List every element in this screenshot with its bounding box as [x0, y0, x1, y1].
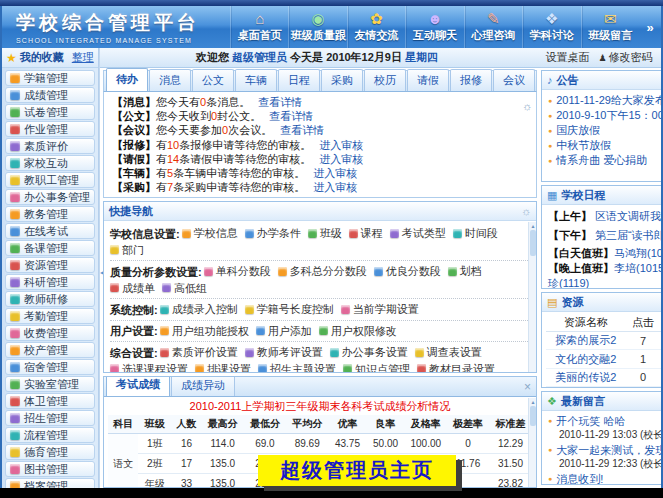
message-title-link[interactable]: 消息收到!	[556, 472, 603, 485]
quicknav-item[interactable]: 成绩录入控制	[160, 301, 238, 317]
todo-tab[interactable]: 消息	[149, 69, 191, 91]
top-nav-item[interactable]: ❖ 学科讨论	[522, 6, 580, 48]
top-nav-item[interactable]: ✎ 心理咨询	[464, 6, 522, 48]
quicknav-item[interactable]: 划档	[448, 263, 482, 279]
quicknav-item[interactable]: 招生主题设置	[258, 361, 336, 373]
sidebar-item[interactable]: 在线考试	[5, 223, 95, 239]
quicknav-item[interactable]: 学校信息	[182, 225, 238, 241]
quicknav-item[interactable]: 办学条件	[245, 225, 301, 241]
organize-link[interactable]: 整理	[72, 50, 94, 65]
message-title-link[interactable]: 大家一起来测试，发现问题最多者有...	[556, 443, 661, 457]
quicknav-item[interactable]: 选课课程设置	[110, 361, 188, 373]
top-nav-item[interactable]: ◉ 班级质量跟	[288, 6, 346, 48]
quicknav-item[interactable]: 调查表设置	[415, 344, 482, 360]
announcement-link[interactable]: 中秋节放假	[556, 138, 611, 153]
sidebar-item[interactable]: 档案管理	[5, 478, 95, 488]
sidebar-item[interactable]: 教师研修	[5, 291, 95, 307]
exam-tab[interactable]: 考试成绩	[106, 376, 170, 396]
sidebar-item[interactable]: 资源管理	[5, 257, 95, 273]
todo-action-link[interactable]: 进入审核	[319, 139, 363, 151]
quicknav-item[interactable]: 学籍号长度控制	[245, 301, 334, 317]
sidebar-item[interactable]: 考勤管理	[5, 308, 95, 324]
todo-tab[interactable]: 公文	[192, 69, 234, 91]
quicknav-item[interactable]: 班级	[308, 225, 342, 241]
todo-action-link[interactable]: 查看详情	[258, 96, 302, 108]
gear-icon[interactable]: ☼	[522, 100, 532, 112]
quicknav-item[interactable]: 优良分数段	[374, 263, 441, 279]
todo-tab[interactable]: 报修	[450, 69, 492, 91]
sidebar-item[interactable]: 实验室管理	[5, 376, 95, 392]
sidebar-item[interactable]: 家校互动	[5, 155, 95, 171]
announcement-link[interactable]: 2011-11-29给大家发布天气预报	[556, 93, 661, 108]
top-nav-item[interactable]: ✿ 友情交流	[347, 6, 405, 48]
todo-action-link[interactable]: 进入审核	[313, 167, 357, 179]
quicknav-item[interactable]: 素质评价设置	[160, 344, 238, 360]
nav-more-button[interactable]: »	[639, 6, 661, 48]
resource-name-link[interactable]: 美丽的传说1	[546, 387, 626, 388]
exam-scrollbar[interactable]: ▲	[528, 398, 536, 487]
sidebar-item[interactable]: 收费管理	[5, 325, 95, 341]
todo-action-link[interactable]: 进入审核	[319, 153, 363, 165]
tab-strip-gear[interactable]: ☼	[522, 96, 532, 114]
sidebar-item[interactable]: 体卫管理	[5, 393, 95, 409]
sidebar-item[interactable]: 试卷管理	[5, 104, 95, 120]
quicknav-item[interactable]: 办公事务设置	[330, 344, 408, 360]
sidebar-item[interactable]: 学籍管理	[5, 70, 95, 86]
sidebar-item[interactable]: 科研管理	[5, 274, 95, 290]
announcement-link[interactable]: 2010-9-10下午15：00全体教师会议通知	[556, 108, 661, 123]
todo-action-link[interactable]: 进入审核	[313, 181, 357, 193]
quicknav-item[interactable]: 教材目录设置	[417, 361, 495, 373]
todo-tab[interactable]: 请假	[407, 69, 449, 91]
quicknav-item[interactable]: 用户添加	[256, 323, 312, 339]
quicknav-item[interactable]: 用户权限修改	[319, 323, 397, 339]
sidebar-item[interactable]: 素质评价	[5, 138, 95, 154]
sidebar-item[interactable]: 图书管理	[5, 461, 95, 477]
quicknav-item[interactable]: 部门	[110, 242, 144, 258]
todo-action-link[interactable]: 查看详情	[269, 110, 313, 122]
exam-tab[interactable]: 成绩异动	[171, 376, 235, 396]
close-icon[interactable]: ×	[524, 380, 531, 394]
quicknav-item[interactable]: 时间段	[453, 225, 498, 241]
sidebar-item[interactable]: 流程管理	[5, 427, 95, 443]
message-title-link[interactable]: 开个玩笑 哈哈	[556, 414, 625, 428]
sidebar-item[interactable]: 德育管理	[5, 444, 95, 460]
quicknav-item[interactable]: 考试类型	[390, 225, 446, 241]
announcement-link[interactable]: 情系舟曲 爱心捐助	[556, 153, 647, 168]
quicknav-item[interactable]: 知识点管理	[343, 361, 410, 373]
sidebar-item[interactable]: 教务管理	[5, 206, 95, 222]
sidebar-item[interactable]: 成绩管理	[5, 87, 95, 103]
announcement-link[interactable]: 国庆放假	[556, 123, 600, 138]
sidebar-item[interactable]: 校产管理	[5, 342, 95, 358]
top-nav-item[interactable]: ⌂ 桌面首页	[230, 6, 288, 48]
quicknav-item[interactable]: 用户组功能授权	[160, 323, 249, 339]
sidebar-item[interactable]: 宿舍管理	[5, 359, 95, 375]
quicknav-item[interactable]: 高低组	[162, 280, 207, 296]
sidebar-item[interactable]: 教职工管理	[5, 172, 95, 188]
resource-name-link[interactable]: 文化的交融2	[546, 350, 626, 368]
todo-tab[interactable]: 校历	[364, 69, 406, 91]
todo-tab[interactable]: 待办	[106, 68, 148, 91]
todo-action-link[interactable]: 查看详情	[280, 124, 324, 136]
todo-tab[interactable]: 采购	[321, 69, 363, 91]
todo-tab[interactable]: 车辆	[235, 69, 277, 91]
userbar-link[interactable]: ♟ 修改密码	[598, 50, 652, 65]
resource-name-link[interactable]: 探索的展示2	[546, 332, 626, 350]
quicknav-item[interactable]: 成绩单	[110, 280, 155, 296]
top-nav-item[interactable]: ☻ 互动聊天	[405, 6, 463, 48]
quicknav-item[interactable]: 单科分数段	[204, 263, 271, 279]
scroll-up-icon[interactable]: ▲	[529, 399, 537, 405]
announcements-more-link[interactable]: >>更多	[542, 171, 661, 182]
quicknav-item[interactable]: 多科总分分数段	[278, 263, 367, 279]
scroll-up-icon[interactable]: ▲	[529, 223, 537, 229]
quicknav-item[interactable]: 排课设置	[195, 361, 251, 373]
userbar-link[interactable]: 设置桌面	[543, 50, 589, 65]
todo-tab[interactable]: 会议	[493, 69, 535, 91]
top-nav-item[interactable]: ✉ 班级留言	[581, 6, 639, 48]
quicknav-item[interactable]: 教师考评设置	[245, 344, 323, 360]
resource-name-link[interactable]: 美丽的传说2	[546, 368, 626, 386]
sidebar-item[interactable]: 办公事务管理	[5, 189, 95, 205]
quicknav-item[interactable]: 课程	[349, 225, 383, 241]
sidebar-item[interactable]: 作业管理	[5, 121, 95, 137]
todo-tab[interactable]: 日程	[278, 69, 320, 91]
sidebar-item[interactable]: 招生管理	[5, 410, 95, 426]
